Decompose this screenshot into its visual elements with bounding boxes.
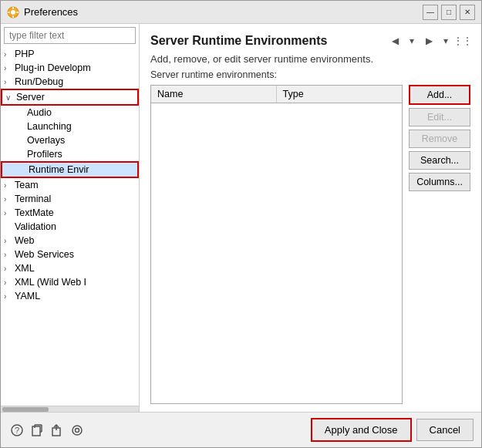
sidebar-item-yaml[interactable]: › YAML	[1, 289, 139, 303]
sidebar-item-web[interactable]: › Web	[1, 234, 139, 248]
env-action-buttons: Add... Edit... Remove Search... Columns.…	[409, 85, 470, 404]
nav-back-dropdown-button[interactable]: ▾	[404, 33, 420, 49]
sidebar-item-label: Launching	[27, 121, 72, 132]
arrow-icon: ›	[4, 251, 15, 259]
sidebar-item-label: PHP	[15, 49, 35, 59]
sidebar-item-label: Profilers	[27, 149, 62, 160]
settings-button[interactable]	[69, 422, 86, 439]
edit-button[interactable]: Edit...	[409, 108, 470, 126]
arrow-icon: ›	[4, 209, 15, 217]
panel-nav: ◀ ▾ ▶ ▾ ⋮⋮	[387, 33, 470, 49]
sidebar-item-overlays[interactable]: Overlays	[1, 133, 139, 147]
cancel-button[interactable]: Cancel	[416, 419, 474, 441]
main-content: › PHP › Plug-in Developm › Run/Debug ∨ S…	[1, 24, 481, 412]
sidebar-item-label: TextMate	[15, 207, 54, 218]
svg-point-16	[76, 428, 79, 432]
maximize-button[interactable]: □	[441, 5, 457, 20]
apply-close-button[interactable]: Apply and Close	[311, 418, 412, 442]
sidebar-tree: › PHP › Plug-in Developm › Run/Debug ∨ S…	[1, 47, 139, 406]
nav-back-button[interactable]: ◀	[387, 33, 403, 49]
filter-input[interactable]	[4, 27, 136, 44]
sidebar-item-web-services[interactable]: › Web Services	[1, 248, 139, 261]
sidebar-item-label: Run/Debug	[15, 76, 63, 87]
sidebar-item-terminal[interactable]: › Terminal	[1, 192, 139, 206]
sidebar-item-team[interactable]: › Team	[1, 178, 139, 192]
arrow-icon: ∨	[5, 93, 16, 102]
panel-description: Add, remove, or edit server runtime envi…	[150, 53, 470, 65]
env-table: Name Type	[150, 85, 403, 404]
sidebar-item-label: Terminal	[15, 194, 51, 204]
svg-rect-8	[32, 426, 40, 436]
sidebar-item-label: Web Services	[15, 249, 74, 260]
env-table-body[interactable]	[151, 103, 402, 296]
arrow-icon: ›	[4, 78, 15, 86]
col-name: Name	[151, 86, 277, 103]
close-button[interactable]: ✕	[460, 5, 475, 20]
sidebar-item-label: XML	[15, 263, 35, 274]
sidebar-item-launching[interactable]: Launching	[1, 120, 139, 133]
arrow-icon: ›	[4, 278, 15, 287]
sidebar-item-label: Team	[15, 180, 39, 190]
arrow-icon: ›	[4, 50, 15, 59]
sidebar-item-audio[interactable]: Audio	[1, 106, 139, 120]
sidebar-item-label: YAML	[15, 291, 40, 301]
panel-header: Server Runtime Environments ◀ ▾ ▶ ▾ ⋮⋮	[150, 33, 470, 49]
arrow-icon: ›	[4, 64, 15, 72]
sidebar-item-server[interactable]: ∨ Server	[1, 89, 139, 106]
import-button[interactable]	[29, 422, 46, 439]
window-title: Preferences	[24, 6, 423, 18]
app-icon	[7, 6, 19, 19]
arrow-icon: ›	[4, 264, 15, 273]
arrow-icon: ›	[4, 237, 15, 245]
sidebar-item-label: Server	[16, 92, 45, 103]
arrow-icon: ›	[4, 195, 15, 204]
svg-point-1	[11, 10, 15, 15]
sidebar-item-runtime-envir[interactable]: Runtime Envir	[1, 161, 139, 178]
window-controls: — □ ✕	[423, 5, 475, 20]
nav-forward-button[interactable]: ▶	[421, 33, 436, 49]
bottom-bar: ?	[1, 412, 481, 447]
scrollbar-thumb	[2, 407, 49, 412]
arrow-icon: ›	[4, 292, 15, 301]
minimize-button[interactable]: —	[423, 5, 438, 20]
sidebar-item-textmate[interactable]: › TextMate	[1, 206, 139, 220]
sidebar-item-label: Plug-in Developm	[15, 62, 91, 73]
panel-title: Server Runtime Environments	[150, 34, 327, 48]
env-table-header: Name Type	[151, 86, 402, 103]
sidebar-item-validation[interactable]: Validation	[1, 220, 139, 234]
sidebar-item-label: Web	[15, 235, 34, 246]
nav-forward-dropdown-button[interactable]: ▾	[438, 33, 453, 49]
col-type: Type	[277, 86, 403, 103]
sidebar-item-xml-wild[interactable]: › XML (Wild Web I	[1, 275, 139, 289]
export-button[interactable]	[49, 422, 66, 439]
sidebar-item-label: Audio	[27, 107, 52, 118]
preferences-window: Preferences — □ ✕ › PHP › Plug-in Develo…	[0, 0, 482, 448]
svg-text:?: ?	[15, 426, 19, 435]
title-bar: Preferences — □ ✕	[1, 1, 481, 24]
columns-button[interactable]: Columns...	[409, 173, 470, 191]
bottom-left-icons: ?	[8, 422, 86, 439]
sidebar-item-label: XML (Wild Web I	[15, 277, 86, 288]
svg-point-15	[72, 426, 82, 435]
sidebar-item-label: Validation	[15, 221, 56, 232]
arrow-icon: ›	[4, 181, 15, 190]
sidebar-horizontal-scrollbar[interactable]	[1, 406, 139, 412]
help-button[interactable]: ?	[8, 422, 25, 439]
sidebar-item-php[interactable]: › PHP	[1, 47, 139, 61]
add-button[interactable]: Add...	[409, 85, 470, 105]
sidebar-item-label: Runtime Envir	[29, 164, 89, 175]
sidebar-item-label: Overlays	[27, 135, 65, 146]
sidebar: › PHP › Plug-in Developm › Run/Debug ∨ S…	[1, 24, 140, 412]
right-panel: Server Runtime Environments ◀ ▾ ▶ ▾ ⋮⋮ A…	[140, 24, 481, 412]
sidebar-item-profilers[interactable]: Profilers	[1, 147, 139, 161]
sidebar-item-xml[interactable]: › XML	[1, 261, 139, 275]
panel-sublabel: Server runtime environments:	[150, 69, 470, 80]
nav-menu-button[interactable]: ⋮⋮	[455, 33, 470, 49]
search-button[interactable]: Search...	[409, 151, 470, 170]
remove-button[interactable]: Remove	[409, 130, 470, 148]
env-container: Name Type Add... Edit... Remove Search..…	[150, 85, 470, 404]
sidebar-item-run-debug[interactable]: › Run/Debug	[1, 75, 139, 89]
sidebar-item-plugin-dev[interactable]: › Plug-in Developm	[1, 61, 139, 75]
